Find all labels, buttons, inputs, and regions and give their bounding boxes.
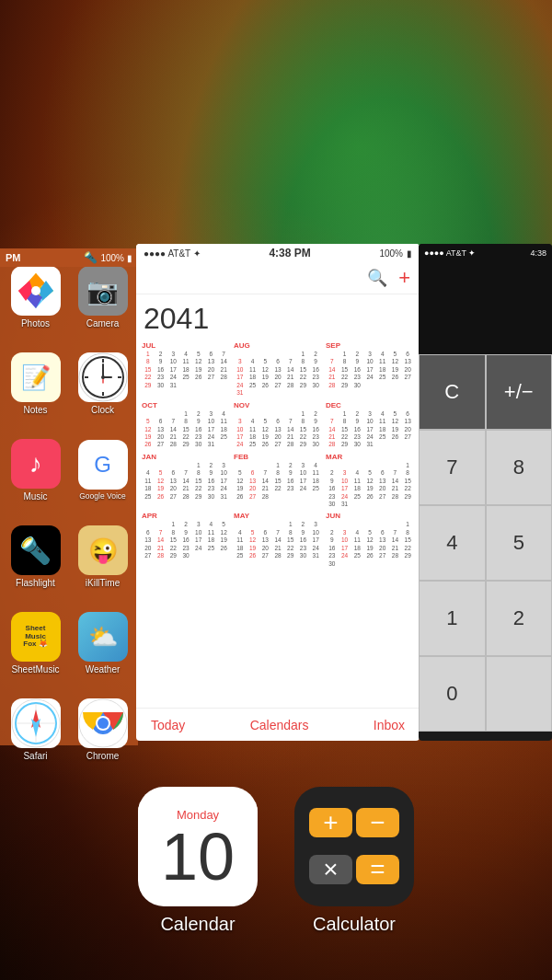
weather-icon: ⛅ <box>78 612 128 662</box>
app-photos[interactable]: Photos <box>4 256 67 339</box>
google-voice-label: Google Voice <box>79 492 126 501</box>
calc-8-button[interactable]: 8 <box>486 430 553 505</box>
app-clock[interactable]: Clock <box>71 342 134 425</box>
calendars-button[interactable]: Calendars <box>250 718 309 732</box>
calculator-card: ●●●● AT&T ✦ 4:38 C +/− 7 8 4 5 1 2 0 <box>419 244 552 741</box>
app-flashlight[interactable]: 🔦 Flashlight <box>4 515 67 598</box>
month-jun: JUN ______1 2345678 9101112131415 161718… <box>326 512 414 568</box>
today-button[interactable]: Today <box>151 718 185 732</box>
dock-calculator-label: Calculator <box>313 914 396 935</box>
calendar-card: ●●●● AT&T ✦ 4:38 PM 100% ▮ 🔍 + 2041 JUL … <box>136 244 420 741</box>
app-music[interactable]: ♪ Music <box>4 429 67 512</box>
dock-calendar[interactable]: Monday 10 Calendar <box>138 787 258 935</box>
cal-time: 4:38 PM <box>269 247 310 259</box>
notes-label: Notes <box>23 405 47 415</box>
calc-2-button[interactable]: 2 <box>486 581 553 656</box>
sheetmusic-label: SheetMusic <box>11 664 59 674</box>
sheetmusic-icon: SheetMusicFox 🦊 <box>11 612 61 662</box>
calc-4-button[interactable]: 4 <box>419 505 486 581</box>
svg-point-33 <box>98 718 109 729</box>
app-list: Photos 📷 Camera 📝 Notes <box>0 248 138 745</box>
notes-icon: 📝 <box>11 352 61 402</box>
flashlight-label: Flashlight <box>16 578 55 588</box>
dock-area: Monday 10 Calendar + − × = Calculator <box>0 741 552 980</box>
dock-cal-day-number: 10 <box>161 824 235 890</box>
dock-calculator-icon: + − × = <box>294 787 414 906</box>
app-weather[interactable]: ⛅ Weather <box>71 602 134 685</box>
flashlight-icon: 🔦 <box>84 251 98 264</box>
music-icon: ♪ <box>11 439 61 489</box>
dock-calc-minus: − <box>356 808 399 837</box>
cal-battery: 100% ▮ <box>379 248 412 259</box>
dock-calendar-label: Calendar <box>160 914 235 935</box>
google-voice-icon: G <box>78 440 128 490</box>
month-aug: AUG _____12 3456789 10111213141516 17181… <box>234 341 322 398</box>
photos-icon <box>11 266 61 316</box>
calc-1-button[interactable]: 1 <box>419 581 486 656</box>
ikilltime-label: iKillTime <box>86 578 120 588</box>
cal-signal: ●●●● AT&T ✦ <box>144 248 201 259</box>
calc-empty-button <box>486 656 553 732</box>
dock-calc-plus: + <box>309 808 352 837</box>
left-status-bar: PM 🔦 100% ▮ <box>0 248 138 267</box>
calendar-status-bar: ●●●● AT&T ✦ 4:38 PM 100% ▮ <box>136 244 420 262</box>
svg-point-13 <box>31 286 40 295</box>
add-icon[interactable]: + <box>398 266 410 290</box>
month-oct: OCT ___1234 567891011 12131415161718 192… <box>142 401 230 449</box>
clock-icon <box>78 352 128 402</box>
calc-5-button[interactable]: 5 <box>486 505 553 581</box>
dock-calendar-icon: Monday 10 <box>138 787 258 906</box>
month-may: MAY ____123 45678910 11121314151617 1819… <box>234 512 322 568</box>
calculator-buttons: C +/− 7 8 4 5 1 2 0 <box>419 354 552 732</box>
left-status-time: PM <box>6 252 21 263</box>
left-battery-info: 🔦 100% ▮ <box>84 251 132 264</box>
calendar-footer: Today Calendars Inbox <box>136 708 420 741</box>
music-label: Music <box>23 491 47 502</box>
calculator-display <box>419 262 552 354</box>
search-icon[interactable]: 🔍 <box>367 268 387 288</box>
battery-percent: 100% <box>100 253 124 263</box>
ikilltime-icon: 😜 <box>78 525 128 575</box>
calc-0-button[interactable]: 0 <box>419 656 486 732</box>
year-label: 2041 <box>144 302 414 336</box>
calculator-status-bar: ●●●● AT&T ✦ 4:38 <box>419 244 552 262</box>
inbox-button[interactable]: Inbox <box>374 718 405 732</box>
app-notes[interactable]: 📝 Notes <box>4 342 67 425</box>
cal-battery-icon: ▮ <box>407 248 412 259</box>
calc-7-button[interactable]: 7 <box>419 430 486 505</box>
month-sep: SEP _123456 78910111213 14151617181920 2… <box>326 341 414 398</box>
dock-calc-equals: = <box>356 855 399 884</box>
month-jul: JUL 1234567 891011121314 15161718192021 … <box>142 341 230 398</box>
cal-battery-pct: 100% <box>379 248 403 259</box>
photos-label: Photos <box>21 318 50 329</box>
calendar-toolbar: 🔍 + <box>136 262 420 294</box>
month-mar: MAR ______1 2345678 9101112131415 161718… <box>326 453 414 509</box>
clock-label: Clock <box>91 405 114 415</box>
svg-point-23 <box>101 375 105 379</box>
camera-icon: 📷 <box>78 266 128 316</box>
month-feb: FEB ___1234 567891011 12131415161718 192… <box>234 453 322 509</box>
app-google-voice[interactable]: G Google Voice <box>71 429 134 512</box>
calc-clear-button[interactable]: C <box>419 354 486 430</box>
calc-signal: ●●●● AT&T ✦ <box>424 248 476 258</box>
app-ikilltime[interactable]: 😜 iKillTime <box>71 515 134 598</box>
weather-label: Weather <box>86 664 121 674</box>
month-apr: APR __12345 6789101112 13141516171819 20… <box>142 512 230 568</box>
battery-icon: ▮ <box>127 253 132 263</box>
months-grid: JUL 1234567 891011121314 15161718192021 … <box>142 341 414 568</box>
month-nov: NOV _____12 3456789 10111213141516 17181… <box>234 401 322 449</box>
dock-calc-multiply: × <box>309 855 352 884</box>
camera-label: Camera <box>86 318 120 329</box>
flashlight-app-icon: 🔦 <box>11 525 61 575</box>
month-jan: JAN ____123 45678910 11121314151617 1819… <box>142 453 230 509</box>
month-dec: DEC _123456 78910111213 14151617181920 2… <box>326 401 414 449</box>
calc-plusminus-button[interactable]: +/− <box>486 354 553 430</box>
dock-calculator[interactable]: + − × = Calculator <box>294 787 414 935</box>
calendar-body: 2041 JUL 1234567 891011121314 1516171819… <box>136 294 420 718</box>
calc-time: 4:38 <box>530 248 546 258</box>
app-sheetmusic[interactable]: SheetMusicFox 🦊 SheetMusic <box>4 602 67 685</box>
app-camera[interactable]: 📷 Camera <box>71 256 134 339</box>
